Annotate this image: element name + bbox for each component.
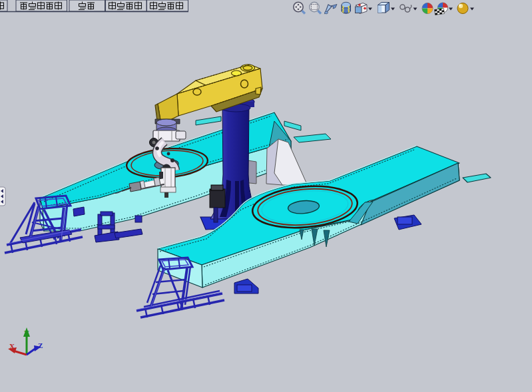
svg-text:Y: Y — [24, 329, 29, 337]
svg-text:X: X — [9, 342, 15, 350]
svg-text:Z: Z — [38, 341, 43, 349]
